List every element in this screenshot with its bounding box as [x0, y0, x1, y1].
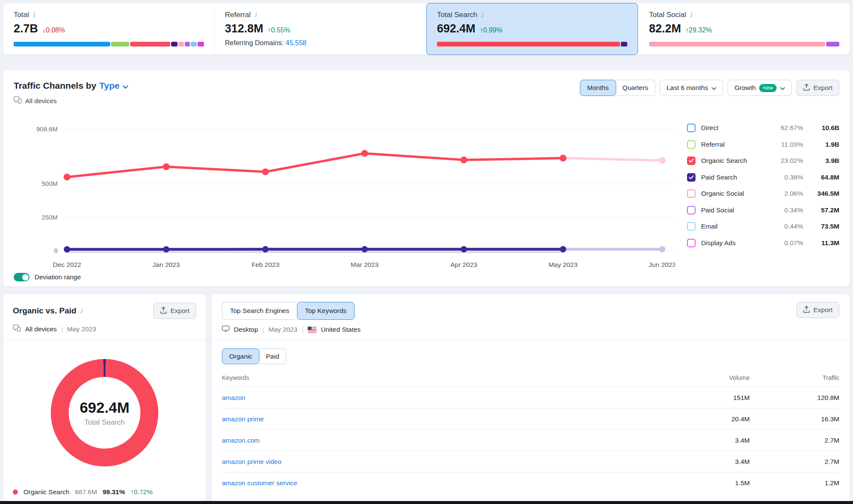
checkbox[interactable] [687, 140, 696, 149]
legend-item-referral[interactable]: Referral 11.03% 1.9B [687, 138, 839, 151]
device-scope-label: All devices [25, 325, 57, 333]
card-change: ↓0.08% [42, 26, 65, 34]
referring-domains-label: Referring Domains: [225, 39, 284, 46]
svg-text:908.6M: 908.6M [36, 125, 58, 133]
table-row: amazon prime 20.4M 16.3M [222, 408, 839, 430]
checkbox[interactable] [687, 239, 696, 247]
export-button[interactable]: Export [796, 302, 839, 318]
checkbox[interactable] [687, 173, 696, 182]
keywords-tabs: Top Search Engines Top Keywords [222, 302, 361, 320]
keyword-link[interactable]: amazon prime [222, 415, 264, 423]
checkbox[interactable] [687, 189, 696, 198]
chevron-down-icon [780, 84, 785, 92]
quarters-toggle-button[interactable]: Quarters [616, 80, 655, 96]
legend-item-direct[interactable]: Direct 62.67% 10.6B [687, 122, 839, 134]
summary-card-total-search[interactable]: Total Search i 692.4M ↑0.99% [426, 3, 638, 55]
export-label: Export [813, 306, 833, 314]
card-change: ↑0.55% [268, 26, 290, 34]
tab-top-search-engines[interactable]: Top Search Engines [222, 302, 297, 320]
organic-vs-paid-panel: Organic vs. Paid i Export [3, 294, 206, 504]
separator: | [262, 326, 264, 333]
trend-chart[interactable]: 0250M500M908.6MDec 2022Jan 2023Feb 2023M… [14, 116, 675, 272]
summary-cards-row: Total i 2.7B ↓0.08% Referral i 312.8M ↑0… [3, 3, 850, 55]
checkbox[interactable] [687, 124, 696, 132]
desktop-icon [222, 325, 230, 334]
column-header-traffic[interactable]: Traffic [750, 370, 839, 387]
search-distribution-bar [437, 42, 627, 46]
keyword-link[interactable]: amazon.com [222, 437, 260, 444]
table-row: amazon prime video 3.4M 2.7M [222, 451, 839, 472]
metric-dropdown[interactable]: Growth new [728, 80, 792, 96]
legend-item-email[interactable]: Email 0.44% 73.5M [687, 220, 839, 233]
devices-icon [14, 96, 22, 105]
legend-item-display-ads[interactable]: Display Ads 0.07% 11.3M [687, 237, 839, 249]
donut-center-label: Total Search [84, 418, 125, 427]
bottom-edge-strip [0, 501, 853, 504]
info-icon: i [254, 11, 256, 19]
card-title: Total [14, 11, 29, 19]
legend-item-organic-social[interactable]: Organic Social 2.06% 346.5M [687, 187, 839, 200]
info-icon: i [33, 11, 35, 19]
export-label: Export [170, 307, 189, 315]
volume-cell: 1.5M [669, 472, 750, 494]
referring-domains-link[interactable]: 45,558 [285, 39, 306, 46]
summary-card-referral[interactable]: Referral i 312.8M ↑0.55% Referring Domai… [214, 3, 425, 55]
column-header-keywords[interactable]: Keywords [222, 370, 669, 387]
summary-card-total[interactable]: Total i 2.7B ↓0.08% [3, 3, 214, 55]
donut-center: 692.4M Total Search [69, 377, 140, 449]
svg-text:Mar 2023: Mar 2023 [351, 261, 378, 268]
legend-item-paid-search[interactable]: Paid Search 0.38% 64.8M [687, 171, 839, 184]
deviation-range-toggle[interactable]: Deviation range [14, 273, 839, 281]
card-title: Total Social [649, 11, 686, 19]
paid-filter-button[interactable]: Paid [259, 348, 286, 364]
type-dropdown[interactable]: Type [99, 81, 119, 91]
title-prefix: Traffic Channels by [14, 81, 96, 91]
chevron-down-icon[interactable] [122, 81, 128, 91]
keywords-table: Keywords Volume Traffic amazon 151M 120.… [222, 370, 839, 493]
column-header-volume[interactable]: Volume [669, 370, 750, 387]
deviation-range-label: Deviation range [35, 273, 81, 281]
svg-text:500M: 500M [41, 180, 58, 187]
export-icon [160, 307, 167, 316]
donut-legend-row[interactable]: Organic Search 687.6M 99.31% ↑0.72% [13, 488, 196, 496]
info-icon: i [690, 11, 692, 19]
country-label: United States [321, 326, 361, 333]
organic-paid-donut-chart[interactable]: 692.4M Total Search [51, 359, 158, 466]
top-keywords-panel: Top Search Engines Top Keywords Desktop … [212, 294, 850, 504]
card-title: Total Search [437, 11, 477, 19]
keyword-link[interactable]: amazon [222, 394, 245, 401]
svg-text:250M: 250M [41, 214, 58, 221]
keyword-link[interactable]: amazon customer service [222, 479, 297, 487]
social-distribution-bar [649, 42, 839, 46]
svg-text:Apr 2023: Apr 2023 [451, 261, 477, 268]
traffic-cell: 120.8M [750, 387, 839, 408]
traffic-cell: 1.2M [750, 472, 839, 494]
toggle-switch-icon[interactable] [14, 273, 29, 281]
card-value: 692.4M [437, 22, 475, 35]
export-button[interactable]: Export [796, 80, 839, 96]
months-toggle-button[interactable]: Months [580, 80, 616, 96]
checkbox[interactable] [687, 222, 696, 231]
organic-filter-button[interactable]: Organic [222, 348, 259, 364]
keyword-link[interactable]: amazon prime video [222, 458, 282, 465]
checkbox[interactable] [687, 206, 696, 214]
legend-item-paid-social[interactable]: Paid Social 0.34% 57.2M [687, 204, 839, 217]
total-distribution-bar [14, 42, 204, 46]
date-range-dropdown[interactable]: Last 6 months [660, 80, 723, 96]
svg-text:Feb 2023: Feb 2023 [251, 261, 279, 268]
export-icon [803, 84, 810, 93]
section-title: Organic vs. Paid [13, 306, 76, 316]
export-button[interactable]: Export [153, 303, 196, 319]
separator: | [302, 326, 303, 333]
tab-top-keywords[interactable]: Top Keywords [297, 302, 355, 320]
separator: | [61, 325, 63, 333]
channels-legend: Direct 62.67% 10.6B Referral 11.03% 1.9B… [675, 116, 839, 272]
card-value: 82.2M [649, 22, 681, 35]
chevron-down-icon [711, 84, 716, 92]
summary-card-total-social[interactable]: Total Social i 82.2M ↑29.32% [639, 3, 850, 55]
checkbox[interactable] [687, 156, 696, 165]
period-label: May 2023 [67, 325, 96, 333]
metric-value: Growth [734, 84, 756, 92]
info-icon: i [481, 11, 483, 19]
legend-item-organic-search[interactable]: Organic Search 23.02% 3.9B [687, 154, 839, 167]
